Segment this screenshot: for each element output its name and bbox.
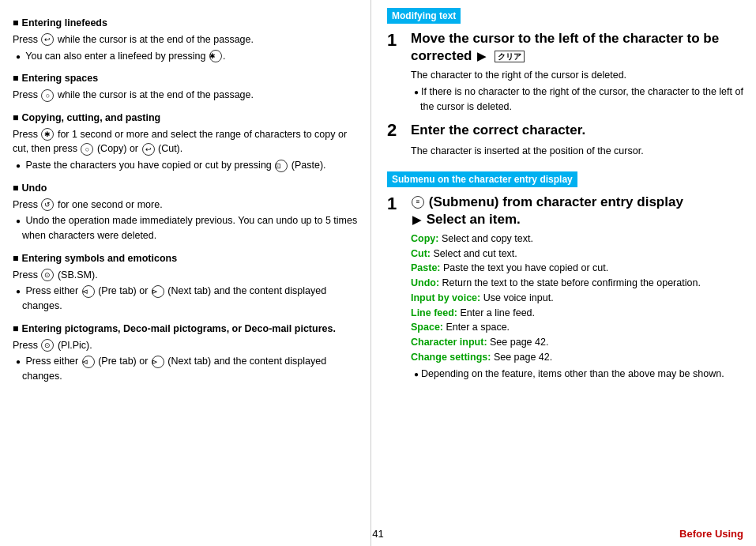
submenu-item-charinput: Character input: See page 42.: [411, 335, 743, 350]
next-tab2-icon: ⊳: [152, 356, 164, 368]
submenu-badge: Submenu on the character entry display: [387, 164, 743, 194]
submenu-arrow: ▶: [412, 213, 421, 226]
section-copying: Copying, cutting, and pasting: [13, 111, 358, 126]
copying-body1: Press ✱ for 1 second or more and select …: [13, 127, 358, 157]
step-2: 2 Enter the correct character. The chara…: [387, 120, 743, 160]
submenu-item-voice: Input by voice: Use voice input.: [411, 291, 743, 306]
symbols-body1: Press ⊙ (SB.SM).: [13, 268, 358, 283]
section-undo: Undo: [13, 181, 358, 196]
menu-icon: ≡: [412, 196, 424, 209]
sbsm-key-icon: ⊙: [41, 269, 54, 281]
submenu-note: Depending on the feature, items other th…: [411, 367, 743, 382]
submenu-item-space: Space: Enter a space.: [411, 320, 743, 335]
linefeed-key-icon: ↩: [41, 33, 54, 46]
section-pictograms: Entering pictograms, Deco-mail pictogram…: [13, 322, 358, 337]
cut-key-icon: ↩: [142, 143, 155, 156]
submenu-item-linefeed: Line feed: Enter a line feed.: [411, 306, 743, 321]
submenu-item-cut: Cut: Select and cut text.: [411, 247, 743, 262]
paste-label: Paste:: [411, 262, 441, 273]
step-2-body: The character is inserted at the positio…: [411, 144, 743, 159]
submenu-item-changesettings: Change settings: See page 42.: [411, 350, 743, 365]
clr-key-icon: クリア: [495, 51, 525, 62]
star-key-icon: ✱: [209, 50, 222, 62]
step-1-bullet1: If there is no character to the right of…: [411, 85, 743, 115]
step-1-number: 1: [387, 30, 408, 51]
linefeed-label: Line feed:: [411, 307, 457, 318]
modifying-badge: Modifying text: [387, 8, 743, 30]
submenu-step-1: 1 ≡ (Submenu) from character entry displ…: [387, 194, 743, 383]
footer-right-text: Before Using: [679, 528, 743, 540]
copy-key-icon: ○: [81, 143, 93, 156]
undo-key-icon: ↺: [41, 198, 54, 211]
submenu-item-paste: Paste: Paste the text you have copied or…: [411, 261, 743, 276]
voice-label: Input by voice:: [411, 292, 480, 303]
step-1-title: Move the cursor to the left of the chara…: [411, 30, 743, 65]
space-key-icon: ○: [41, 89, 54, 102]
step-2-content: Enter the correct character. The charact…: [411, 120, 743, 160]
submenu-step-title: ≡ (Submenu) from character entry display…: [411, 194, 743, 228]
plpic-key-icon: ⊙: [41, 339, 54, 352]
left-column: Entering linefeeds Press ↩ while the cur…: [0, 0, 371, 546]
right-column: Modifying text 1 Move the cursor to the …: [371, 0, 756, 546]
space-label: Space:: [411, 322, 443, 333]
copy-label: Copy:: [411, 233, 438, 244]
step-2-number: 2: [387, 120, 408, 141]
section-symbols: Entering symbols and emoticons: [13, 251, 358, 266]
undo-bullet1: Undo the operation made immediately prev…: [13, 213, 358, 243]
page-number: 41: [372, 528, 383, 540]
pre-tab-icon: ⊲: [82, 285, 95, 298]
entering-spaces-body1: Press ○ while the cursor is at the end o…: [13, 88, 358, 103]
submenu-step-number: 1: [387, 194, 408, 214]
copying-bullet1: Paste the characters you have copied or …: [13, 158, 358, 173]
copy-hold-key-icon: ✱: [41, 128, 54, 141]
submenu-item-undo: Undo: Return the text to the state befor…: [411, 276, 743, 291]
step-1-content: Move the cursor to the left of the chara…: [411, 30, 743, 115]
step-2-title: Enter the correct character.: [411, 120, 743, 141]
undo-body1: Press ↺ for one second or more.: [13, 198, 358, 213]
section-entering-linefeeds: Entering linefeeds: [13, 16, 358, 31]
submenu-items: Copy: Select and copy text. Cut: Select …: [411, 232, 743, 382]
entering-linefeeds-bullet1: You can also enter a linefeed by pressin…: [13, 49, 358, 64]
submenu-item-copy: Copy: Select and copy text.: [411, 232, 743, 247]
section-entering-spaces: Entering spaces: [13, 71, 358, 86]
entering-linefeeds-body1: Press ↩ while the cursor is at the end o…: [13, 32, 358, 47]
changesettings-label: Change settings:: [411, 352, 491, 363]
step-1: 1 Move the cursor to the left of the cha…: [387, 30, 743, 115]
pictograms-body1: Press ⊙ (Pl.Pic).: [13, 338, 358, 353]
submenu-step-content: ≡ (Submenu) from character entry display…: [411, 194, 743, 383]
paste-key-icon: ⊡: [275, 160, 288, 172]
next-tab-icon: ⊳: [152, 285, 164, 298]
symbols-bullet1: Press either ⊲ (Pre tab) or ⊳ (Next tab)…: [13, 284, 358, 314]
charinput-label: Character input:: [411, 337, 487, 348]
cut-label: Cut:: [411, 248, 431, 259]
undo-label: Undo:: [411, 277, 439, 288]
pre-tab2-icon: ⊲: [82, 356, 95, 368]
step-1-body: The character to the right of the cursor…: [411, 68, 743, 83]
pictograms-bullet1: Press either ⊲ (Pre tab) or ⊳ (Next tab)…: [13, 354, 358, 384]
step1-arrow: ▶: [477, 50, 486, 62]
